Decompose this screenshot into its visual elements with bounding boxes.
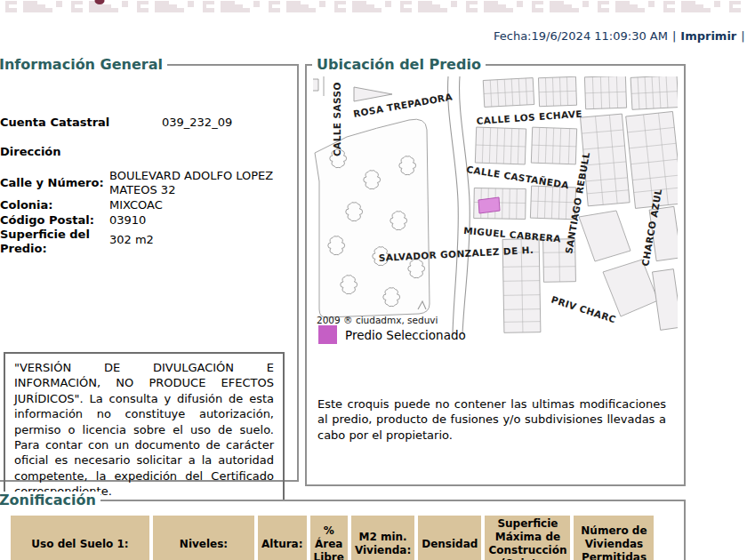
selected-parcel[interactable] [478, 197, 500, 213]
info-general-section: Información General Cuenta Catastral 039… [0, 64, 299, 482]
header-bar: Fecha:19/6/2024 11:09:30 AM|Imprimir|Ce [494, 29, 747, 43]
croquis-note: Este croquis puede no contener las ultim… [317, 396, 666, 443]
map-left-fragments [313, 76, 392, 101]
legal-disclaimer: "VERSIÓN DE DIVULGACIÓN E INFORMACIÓN, N… [4, 352, 285, 508]
decorative-banner [0, 0, 747, 18]
colonia-value: MIXCOAC [109, 198, 163, 212]
col-uso-del-suelo: Uso del Suelo 1: [11, 516, 149, 560]
street-label: CALLE LOS ECHAVE [476, 108, 582, 126]
zonificacion-title: Zonificación [0, 492, 100, 508]
cadastral-page: { "header": { "fecha": "Fecha:19/6/2024 … [0, 0, 747, 560]
col-densidad: Densidad [418, 516, 481, 560]
colonia-label: Colonia: [0, 198, 53, 212]
col-numero-viviendas: Número de Viviendas Permitidas [574, 516, 654, 560]
cuenta-catastral-label: Cuenta Catastral [0, 116, 109, 129]
calle-numero-label: Calle y Número: [0, 176, 104, 189]
table-header-row: Uso del Suelo 1: Niveles: Altura: % Área… [11, 516, 654, 560]
map-canvas-icon: CALLE SASSO ROSA TREPADORA CALLE LOS ECH… [313, 76, 678, 334]
imprimir-link[interactable]: Imprimir [680, 29, 736, 43]
street-label: PRIV CHARC [550, 293, 617, 324]
codigo-postal-value: 03910 [109, 213, 146, 227]
street-label: CALLE CASTAÑEDA [466, 164, 571, 190]
parcel-map[interactable]: CALLE SASSO ROSA TREPADORA CALLE LOS ECH… [313, 76, 678, 334]
direccion-label: Dirección [0, 145, 61, 158]
codigo-postal-label: Código Postal: [0, 213, 94, 227]
col-superficie-maxima: Superficie Máxima de Construcción (Sujet… [485, 516, 570, 560]
zonificacion-table: Uso del Suelo 1: Niveles: Altura: % Área… [7, 512, 657, 560]
superficie-value: 302 m2 [109, 233, 154, 246]
fecha-text: Fecha:19/6/2024 11:09:30 AM [494, 29, 668, 43]
info-general-title: Información General [0, 56, 167, 73]
cuenta-catastral-value: 039_232_09 [162, 116, 232, 129]
legend-label: Predio Seleccionado [345, 328, 466, 342]
calle-numero-value: BOULEVARD ADOLFO LOPEZ MATEOS 32 [109, 169, 278, 198]
col-m2-min-vivienda: M2 min. Vivienda: [351, 516, 414, 560]
banner-pattern-icon [0, 0, 747, 18]
zonificacion-section: Zonificación Uso del Suelo 1: Niveles: A… [0, 500, 686, 560]
col-area-libre: % Área Libre [310, 516, 348, 560]
map-attribution: 2009 ® ciudadmx, seduvi [317, 315, 438, 325]
col-altura: Altura: [258, 516, 307, 560]
col-niveles: Niveles: [153, 516, 254, 560]
selected-parcel-swatch-icon [318, 325, 337, 344]
ubicacion-section: Ubicación del Predio [305, 64, 686, 486]
superficie-label: Superficie del Predio: [0, 228, 98, 255]
ubicacion-title: Ubicación del Predio [312, 56, 486, 73]
map-legend: Predio Seleccionado [318, 325, 466, 344]
street-label: CALLE SASSO [332, 82, 342, 156]
